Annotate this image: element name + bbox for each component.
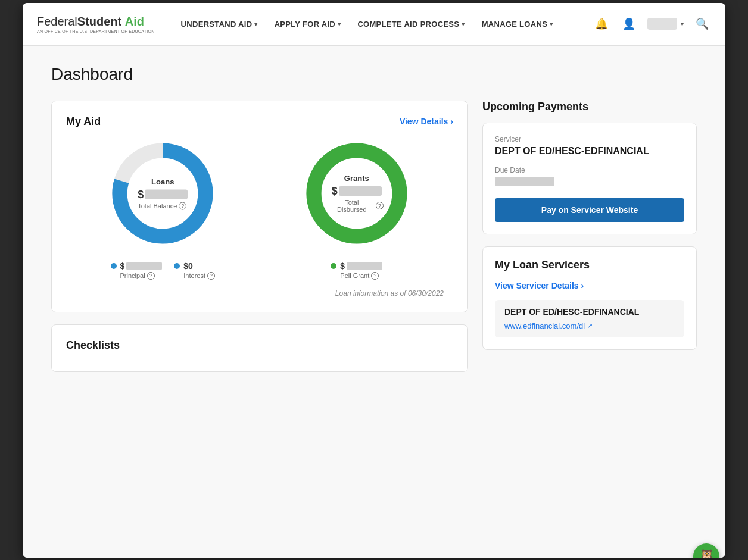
main-nav: UNDERSTAND AID ▾ APPLY FOR AID ▾ COMPLET… bbox=[174, 15, 593, 33]
user-chevron-icon: ▾ bbox=[681, 21, 684, 27]
my-aid-card: My Aid View Details › bbox=[51, 101, 468, 312]
loans-principal-row: $ bbox=[111, 261, 163, 271]
checklists-card: Checklists bbox=[51, 324, 468, 372]
search-button[interactable]: 🔍 bbox=[693, 15, 711, 33]
grants-pell-row: $ bbox=[331, 261, 382, 271]
grants-pell-legend: $ Pell Grant ? bbox=[331, 261, 382, 280]
grants-legend: $ Pell Grant ? bbox=[331, 261, 382, 280]
loan-info-date: Loan information as of 06/30/2022 bbox=[270, 289, 444, 298]
upcoming-payments-section: Upcoming Payments Servicer DEPT OF ED/HE… bbox=[482, 101, 697, 234]
loans-amount: $ bbox=[138, 188, 188, 201]
grants-dollar-sign: $ bbox=[332, 185, 338, 198]
loans-amount-redacted bbox=[145, 190, 188, 199]
grants-section: Grants $ Total Disbursed ? bbox=[260, 140, 454, 298]
loans-legend: $ Principal ? bbox=[111, 261, 215, 280]
manage-loans-chevron-icon: ▾ bbox=[550, 21, 553, 27]
loans-dollar-sign: $ bbox=[138, 188, 144, 201]
loans-balance-help-icon[interactable]: ? bbox=[179, 202, 186, 209]
notification-bell-button[interactable]: 🔔 bbox=[593, 15, 610, 33]
user-area[interactable]: ▾ bbox=[647, 18, 684, 30]
logo-aid: Aid bbox=[125, 15, 144, 28]
logo-federal: Federal bbox=[37, 15, 77, 28]
grants-amount: $ bbox=[330, 185, 384, 198]
logo-subtitle: An Office of the U.S. Department of Educ… bbox=[37, 29, 155, 33]
loans-label: Loans bbox=[138, 177, 188, 186]
grants-pell-dot bbox=[331, 263, 336, 269]
pay-on-servicer-button[interactable]: Pay on Servicer Website bbox=[495, 198, 684, 222]
page-title: Dashboard bbox=[51, 65, 697, 84]
browser-frame: FederalStudent Aid An Office of the U.S.… bbox=[23, 3, 725, 558]
grants-disbursed-help-icon[interactable]: ? bbox=[376, 202, 384, 209]
apply-for-aid-chevron-icon: ▾ bbox=[338, 21, 341, 27]
loans-principal-label: Principal ? bbox=[120, 272, 155, 280]
aid-charts: Loans $ Total Balance ? bbox=[66, 140, 453, 298]
loans-donut-center: Loans $ Total Balance ? bbox=[138, 177, 188, 209]
pell-help-icon[interactable]: ? bbox=[371, 272, 379, 280]
loans-donut-container: Loans $ Total Balance ? bbox=[109, 140, 216, 247]
logo-student: Student bbox=[77, 15, 121, 28]
principal-help-icon[interactable]: ? bbox=[147, 272, 155, 280]
loan-servicers-section: My Loan Servicers View Servicer Details … bbox=[482, 246, 697, 350]
dashboard-grid: My Aid View Details › bbox=[51, 101, 697, 372]
nav-manage-loans[interactable]: MANAGE LOANS ▾ bbox=[475, 15, 560, 33]
principal-amount-redacted bbox=[126, 262, 162, 270]
user-icon: 👤 bbox=[622, 17, 635, 30]
grants-donut-container: Grants $ Total Disbursed ? bbox=[303, 140, 410, 247]
my-aid-title: My Aid bbox=[66, 115, 101, 128]
loan-servicers-title: My Loan Servicers bbox=[495, 259, 684, 271]
payment-card: Servicer DEPT OF ED/HESC-EDFINANCIAL Due… bbox=[482, 123, 697, 234]
view-details-chevron-icon: › bbox=[450, 117, 453, 126]
loans-principal-dot bbox=[111, 263, 117, 269]
user-name-badge bbox=[647, 18, 677, 30]
interest-help-icon[interactable]: ? bbox=[207, 272, 215, 280]
header-icons: 🔔 👤 ▾ 🔍 bbox=[593, 15, 711, 33]
left-column: My Aid View Details › bbox=[51, 101, 468, 372]
loans-principal-amount: $ bbox=[120, 261, 163, 271]
owl-icon: 🦉 bbox=[699, 549, 715, 558]
servicer-url[interactable]: www.edfinancial.com/dl ↗ bbox=[504, 321, 675, 330]
checklists-title: Checklists bbox=[66, 339, 453, 352]
loans-interest-legend: $0 Interest ? bbox=[174, 261, 215, 280]
my-aid-card-header: My Aid View Details › bbox=[66, 115, 453, 128]
loans-interest-dot bbox=[174, 263, 180, 269]
complete-aid-chevron-icon: ▾ bbox=[462, 21, 465, 27]
pell-amount-redacted bbox=[347, 262, 382, 270]
servicer-item-name: DEPT OF ED/HESC-EDFINANCIAL bbox=[504, 307, 675, 317]
right-column: Upcoming Payments Servicer DEPT OF ED/HE… bbox=[482, 101, 697, 372]
external-link-icon: ↗ bbox=[587, 322, 593, 330]
loans-interest-row: $0 bbox=[174, 261, 193, 271]
due-date-label: Due Date bbox=[495, 166, 684, 174]
loans-balance-label: Total Balance ? bbox=[138, 202, 188, 209]
servicer-name: DEPT OF ED/HESC-EDFINANCIAL bbox=[495, 146, 684, 157]
servicer-details-chevron-icon: › bbox=[581, 281, 584, 290]
servicer-item: DEPT OF ED/HESC-EDFINANCIAL www.edfinanc… bbox=[495, 300, 684, 337]
view-details-link[interactable]: View Details › bbox=[400, 117, 453, 126]
servicer-label: Servicer bbox=[495, 135, 684, 143]
upcoming-payments-title: Upcoming Payments bbox=[482, 101, 697, 113]
understand-aid-chevron-icon: ▾ bbox=[254, 21, 257, 27]
grants-pell-label: Pell Grant ? bbox=[340, 272, 379, 280]
grants-disbursed-label: Total Disbursed ? bbox=[330, 199, 384, 213]
grants-label: Grants bbox=[330, 174, 384, 183]
search-icon: 🔍 bbox=[696, 17, 709, 30]
header: FederalStudent Aid An Office of the U.S.… bbox=[23, 3, 725, 46]
due-date-value bbox=[495, 177, 554, 186]
grants-amount-redacted bbox=[339, 186, 382, 196]
loans-interest-amount: $0 bbox=[183, 261, 193, 271]
nav-complete-aid-process[interactable]: COMPLETE AID PROCESS ▾ bbox=[350, 15, 472, 33]
logo[interactable]: FederalStudent Aid An Office of the U.S.… bbox=[37, 15, 155, 33]
nav-apply-for-aid[interactable]: APPLY FOR AID ▾ bbox=[267, 15, 348, 33]
loans-principal-legend: $ Principal ? bbox=[111, 261, 163, 280]
main-content: Dashboard My Aid View Details › bbox=[23, 46, 725, 558]
logo-title: FederalStudent Aid bbox=[37, 15, 155, 28]
grants-pell-amount: $ bbox=[340, 261, 382, 271]
grants-donut-center: Grants $ Total Disbursed ? bbox=[330, 174, 384, 213]
nav-understand-aid[interactable]: UNDERSTAND AID ▾ bbox=[174, 15, 265, 33]
loans-interest-label: Interest ? bbox=[183, 272, 215, 280]
bell-icon: 🔔 bbox=[595, 17, 608, 30]
user-profile-button[interactable]: 👤 bbox=[620, 15, 638, 33]
loans-section: Loans $ Total Balance ? bbox=[66, 140, 260, 298]
view-servicer-details-link[interactable]: View Servicer Details › bbox=[495, 281, 684, 290]
